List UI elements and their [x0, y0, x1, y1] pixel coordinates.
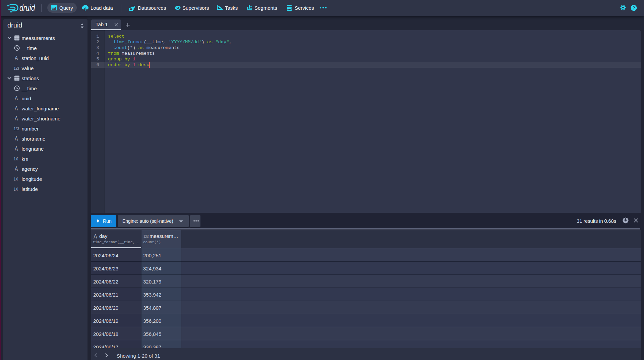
svg-text:?: ?: [633, 6, 635, 10]
